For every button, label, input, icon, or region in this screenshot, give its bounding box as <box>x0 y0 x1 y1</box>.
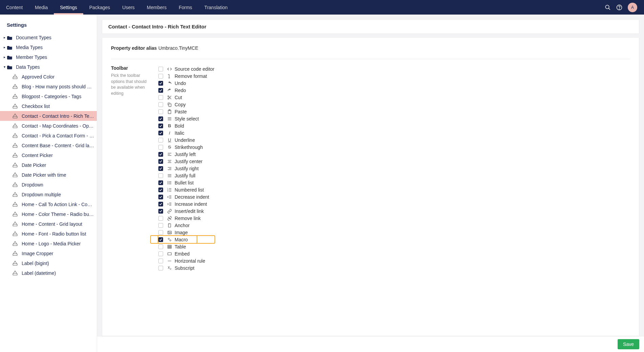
tree-folder[interactable]: ▸Document Types <box>0 32 97 42</box>
toolbar-option[interactable]: Style select <box>158 115 215 122</box>
checkbox[interactable] <box>158 152 163 157</box>
checkbox[interactable] <box>158 166 163 171</box>
checkbox[interactable] <box>158 230 163 235</box>
toolbar-option[interactable]: 123Numbered list <box>158 186 215 193</box>
toolbar-option[interactable]: Remove link <box>158 215 215 222</box>
tree-item[interactable]: Content Picker <box>0 150 97 160</box>
checkbox[interactable] <box>158 88 163 93</box>
toolbar-option[interactable]: Table <box>158 243 215 250</box>
toolbar-option[interactable]: Insert/edit link <box>158 207 215 215</box>
checkbox[interactable] <box>158 81 163 86</box>
tree-item[interactable]: Approved Color <box>0 72 97 82</box>
tree-folder-datatypes[interactable]: ▾Data Types <box>0 62 97 72</box>
nav-members[interactable]: Members <box>141 0 173 15</box>
toolbar-option[interactable]: Remove format <box>158 72 215 80</box>
checkbox[interactable] <box>158 188 163 192</box>
checkbox[interactable] <box>158 138 163 142</box>
checkbox[interactable] <box>158 223 163 228</box>
tree-item[interactable]: Home - Color Theme - Radio button list <box>0 209 97 219</box>
toolbar-option[interactable]: Macro <box>158 236 215 243</box>
tree-folder[interactable]: ▸Media Types <box>0 42 97 52</box>
checkbox[interactable] <box>158 159 163 164</box>
checkbox[interactable] <box>158 67 163 71</box>
checkbox[interactable] <box>158 180 163 185</box>
toolbar-option[interactable]: Justify left <box>158 151 215 158</box>
tree-item[interactable]: Date Picker <box>0 160 97 170</box>
tree-item[interactable]: Date Picker with time <box>0 170 97 180</box>
toolbar-option[interactable]: SStrikethrough <box>158 144 215 151</box>
checkbox[interactable] <box>158 74 163 79</box>
toolbar-option[interactable]: UUnderline <box>158 136 215 144</box>
search-icon[interactable] <box>605 4 611 10</box>
toolbar-option[interactable]: Increase indent <box>158 200 215 207</box>
checkbox[interactable] <box>158 266 163 270</box>
nav-settings[interactable]: Settings <box>54 0 83 15</box>
toolbar-option[interactable]: Cut <box>158 94 215 101</box>
checkbox[interactable] <box>158 209 163 214</box>
toolbar-option[interactable]: Decrease indent <box>158 193 215 200</box>
toolbar-option[interactable]: Embed <box>158 250 215 257</box>
checkbox[interactable] <box>158 145 163 150</box>
tree-item[interactable]: Label (bigint) <box>0 258 97 268</box>
checkbox[interactable] <box>158 102 163 107</box>
checkbox[interactable] <box>158 259 163 263</box>
tree-item[interactable]: Dropdown multiple <box>0 190 97 199</box>
toolbar-option[interactable]: Redo <box>158 87 215 94</box>
nav-forms[interactable]: Forms <box>173 0 198 15</box>
tree-folder[interactable]: ▸Member Types <box>0 52 97 62</box>
toolbar-option[interactable]: Copy <box>158 101 215 108</box>
toolbar-option[interactable]: Paste <box>158 108 215 115</box>
checkbox[interactable] <box>158 124 163 128</box>
toolbar-option[interactable]: IItalic <box>158 129 215 136</box>
nav-packages[interactable]: Packages <box>83 0 116 15</box>
unlink-icon <box>167 216 172 221</box>
outdent-icon <box>167 195 172 199</box>
toolbar-option[interactable]: Undo <box>158 80 215 87</box>
tree-item[interactable]: Contact - Map Coordinates - Open str... <box>0 121 97 131</box>
checkbox[interactable] <box>158 237 163 242</box>
tree-item[interactable]: Home - Font - Radio button list <box>0 229 97 239</box>
checkbox[interactable] <box>158 116 163 121</box>
save-button[interactable]: Save <box>618 339 639 349</box>
tree-item[interactable]: Content Base - Content - Grid layout <box>0 140 97 150</box>
tree-item[interactable]: Home - Logo - Media Picker <box>0 239 97 248</box>
tree-item[interactable]: Image Cropper <box>0 248 97 258</box>
checkbox[interactable] <box>158 195 163 199</box>
checkbox[interactable] <box>158 109 163 114</box>
toolbar-option[interactable]: Image <box>158 229 215 236</box>
toolbar-option[interactable]: Source code editor <box>158 65 215 72</box>
checkbox[interactable] <box>158 173 163 178</box>
tree-item[interactable]: Home - Content - Grid layout <box>0 219 97 229</box>
nav-users[interactable]: Users <box>116 0 141 15</box>
tree-item[interactable]: Label (datetime) <box>0 268 97 278</box>
checkbox[interactable] <box>158 131 163 135</box>
user-avatar[interactable]: A <box>628 3 637 12</box>
checkbox[interactable] <box>158 95 163 100</box>
tree-item[interactable]: Checkbox list <box>0 101 97 111</box>
help-icon[interactable] <box>616 4 622 10</box>
toolbar-option[interactable]: x2Subscript <box>158 264 215 271</box>
tree-item[interactable]: Contact - Contact Intro - Rich Text Edi.… <box>0 111 97 121</box>
tree-item[interactable]: Blogpost - Categories - Tags <box>0 91 97 101</box>
checkbox[interactable] <box>158 216 163 221</box>
toolbar-option[interactable]: BBold <box>158 122 215 129</box>
tree-item[interactable]: Contact - Pick a Contact Form - Form ... <box>0 131 97 140</box>
svg-rect-11 <box>13 146 17 148</box>
nav-translation[interactable]: Translation <box>198 0 234 15</box>
toolbar-option[interactable]: Justify full <box>158 172 215 179</box>
checkbox[interactable] <box>158 251 163 256</box>
toolbar-option-label: Image <box>175 230 188 235</box>
toolbar-option[interactable]: Horizontal rule <box>158 257 215 264</box>
folder-icon <box>7 65 13 69</box>
toolbar-option[interactable]: Justify right <box>158 165 215 172</box>
checkbox[interactable] <box>158 244 163 249</box>
nav-media[interactable]: Media <box>29 0 54 15</box>
tree-item[interactable]: Blog - How many posts should be sho... <box>0 82 97 91</box>
tree-item[interactable]: Dropdown <box>0 180 97 190</box>
toolbar-option[interactable]: Justify center <box>158 158 215 165</box>
toolbar-option[interactable]: Bullet list <box>158 179 215 186</box>
nav-content[interactable]: Content <box>0 0 29 15</box>
checkbox[interactable] <box>158 202 163 206</box>
tree-item[interactable]: Home - Call To Action Link - Content P..… <box>0 199 97 209</box>
toolbar-option[interactable]: Anchor <box>158 222 215 229</box>
